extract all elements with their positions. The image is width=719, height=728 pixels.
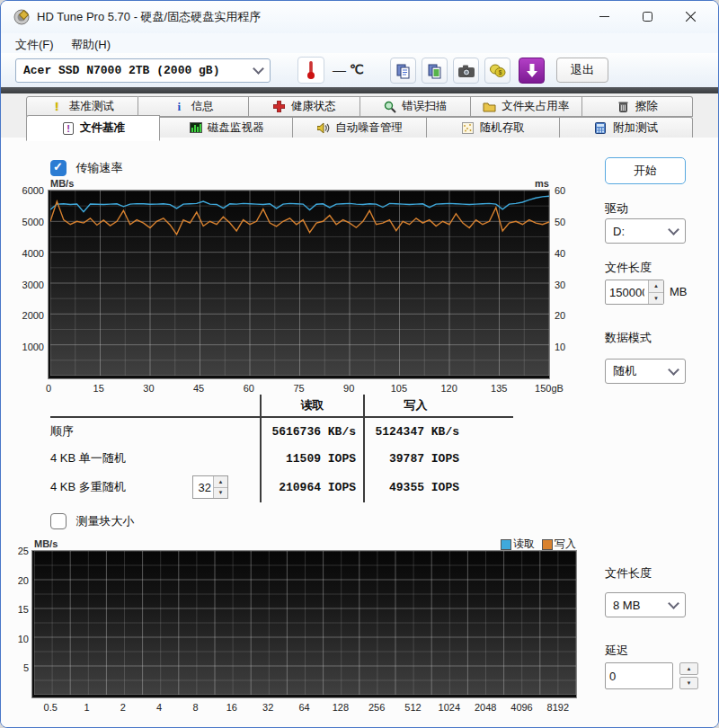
file-length-unit: MB xyxy=(670,285,688,298)
transfer-rate-checkbox[interactable] xyxy=(50,160,67,176)
axis-tick-label: 40 xyxy=(555,248,565,259)
transfer-chart-y-axis-right: 605040302010 xyxy=(555,191,581,378)
sequential-read-value: 5616736 KB/s xyxy=(260,418,363,445)
spin-down-button[interactable]: ▼ xyxy=(649,292,663,305)
tab-folder-usage[interactable]: 文件夹占用率 xyxy=(471,96,582,117)
temperature-button[interactable] xyxy=(297,57,324,84)
y-axis-unit-right: ms xyxy=(535,178,549,189)
screenshot-button[interactable] xyxy=(453,58,479,84)
close-button[interactable] xyxy=(670,1,711,32)
tab-random-access[interactable]: 随机存取 xyxy=(427,117,560,138)
svg-text:$: $ xyxy=(498,69,502,76)
tab-erase[interactable]: 擦除 xyxy=(582,96,694,117)
data-mode-value: 随机 xyxy=(613,363,636,379)
axis-tick-label: 50 xyxy=(555,217,565,227)
data-mode-select[interactable]: 随机 xyxy=(605,359,686,384)
data-mode-label: 数据模式 xyxy=(605,330,652,346)
axis-tick-label: 10 xyxy=(18,634,29,644)
block-size-toggle[interactable]: 测量块大小 xyxy=(50,512,134,529)
drive-select[interactable]: D: xyxy=(605,218,686,244)
row-label: 4 KB 多重随机 xyxy=(50,479,192,495)
menu-item-file[interactable]: 文件(F) xyxy=(12,36,58,54)
download-button[interactable] xyxy=(519,58,545,84)
copy-image-button[interactable] xyxy=(422,58,448,84)
tab-file-benchmark[interactable]: ! 文件基准 xyxy=(26,115,160,141)
thermometer-icon xyxy=(306,60,315,80)
tab-error-scan[interactable]: 错误扫描 xyxy=(360,96,472,117)
axis-tick-label: 45 xyxy=(193,383,204,394)
axis-tick-label: 30 xyxy=(555,280,565,290)
4k-single-write-value: 39787 IOPS xyxy=(363,445,466,472)
block-size-chart xyxy=(32,551,576,697)
axis-tick-label: 15 xyxy=(18,604,29,615)
window-title: HD Tune Pro 5.70 - 硬盘/固态硬盘实用程序 xyxy=(37,9,261,25)
axis-tick-label: 105 xyxy=(391,383,407,394)
legend-write: 写入 xyxy=(542,537,576,552)
axis-tick-label: 256 xyxy=(368,702,385,713)
block-size-checkbox[interactable] xyxy=(50,513,67,529)
minimize-icon xyxy=(599,12,609,22)
copy-text-button[interactable] xyxy=(390,58,416,84)
drive-select-value: D: xyxy=(613,225,625,238)
drive-model-select[interactable]: Acer SSD N7000 2TB (2000 gB) xyxy=(15,58,271,83)
trash-icon xyxy=(617,100,630,113)
block-size-label: 测量块大小 xyxy=(75,514,134,528)
health-cross-icon xyxy=(272,100,286,113)
queue-depth-input[interactable] xyxy=(193,476,213,498)
tab-info[interactable]: i 信息 xyxy=(138,96,250,117)
extra-tests-icon xyxy=(594,121,608,135)
temperature-value: — xyxy=(333,62,346,77)
chevron-down-icon xyxy=(668,224,679,235)
axis-tick-label: 1000 xyxy=(22,342,44,352)
axis-tick-label: 30 xyxy=(143,383,154,394)
transfer-chart-y-axis-left: 600050004000300020001000 xyxy=(6,191,44,378)
menu-item-help[interactable]: 帮助(H) xyxy=(67,36,114,54)
spin-down-button[interactable]: ▼ xyxy=(679,677,698,689)
file-length-spinner[interactable]: ▲▼ xyxy=(605,280,664,305)
info-icon: i xyxy=(173,100,186,113)
axis-tick-label: 4000 xyxy=(22,248,44,259)
file-length-input[interactable] xyxy=(606,280,648,304)
spin-up-button[interactable]: ▲ xyxy=(679,662,698,675)
tab-extra-tests[interactable]: 附加测试 xyxy=(560,117,693,138)
minimize-button[interactable] xyxy=(583,1,625,32)
axis-tick-label: 6000 xyxy=(22,185,44,196)
delay-label: 延迟 xyxy=(605,643,628,659)
block-chart-y-axis: 252015105 xyxy=(4,551,29,697)
camera-icon xyxy=(457,64,475,78)
start-button[interactable]: 开始 xyxy=(605,157,686,184)
axis-tick-label: 4096 xyxy=(510,702,532,713)
file-length-label: 文件长度 xyxy=(605,260,652,276)
4k-single-read-value: 11509 IOPS xyxy=(260,445,363,472)
exit-button[interactable]: 退出 xyxy=(556,58,608,83)
menu-bar: 文件(F) 帮助(H) xyxy=(1,33,718,53)
tab-benchmark[interactable]: ! 基准测试 xyxy=(26,96,138,117)
axis-tick-label: 128 xyxy=(333,702,349,713)
tab-strip: ! 基准测试 i 信息 健康状态 错误扫描 xyxy=(1,93,718,138)
transfer-rate-label: 传输速率 xyxy=(75,161,122,174)
drive-model-text: Acer SSD N7000 2TB (2000 gB) xyxy=(23,64,219,77)
axis-tick-label: 16 xyxy=(226,702,237,713)
delay-field[interactable] xyxy=(605,662,673,689)
file-length2-select[interactable]: 8 MB xyxy=(605,592,686,617)
row-label: 顺序 xyxy=(50,423,192,439)
coins-icon: $ xyxy=(489,63,507,78)
spin-down-button[interactable]: ▼ xyxy=(214,487,227,499)
svg-text:!: ! xyxy=(67,123,70,134)
axis-tick-label: 25 xyxy=(18,546,29,556)
tab-noise-management[interactable]: 自动噪音管理 xyxy=(293,117,426,138)
spin-up-button[interactable]: ▲ xyxy=(214,476,227,487)
app-logo-icon xyxy=(13,9,30,25)
axis-tick-label: 10 xyxy=(555,342,565,352)
tab-health[interactable]: 健康状态 xyxy=(249,96,360,117)
donate-button[interactable]: $ xyxy=(484,58,510,84)
tab-disk-monitor[interactable]: 磁盘监视器 xyxy=(160,117,293,138)
spin-up-button[interactable]: ▲ xyxy=(649,280,663,292)
chart-legend: 读取 写入 xyxy=(405,537,576,552)
delay-input[interactable] xyxy=(606,663,672,688)
maximize-button[interactable] xyxy=(626,1,668,32)
axis-tick-label: 64 xyxy=(298,702,309,713)
delay-spin-arrows: ▲ ▼ xyxy=(679,662,698,689)
queue-depth-spinner[interactable]: ▲▼ xyxy=(192,475,228,499)
transfer-rate-toggle[interactable]: 传输速率 xyxy=(50,159,122,176)
